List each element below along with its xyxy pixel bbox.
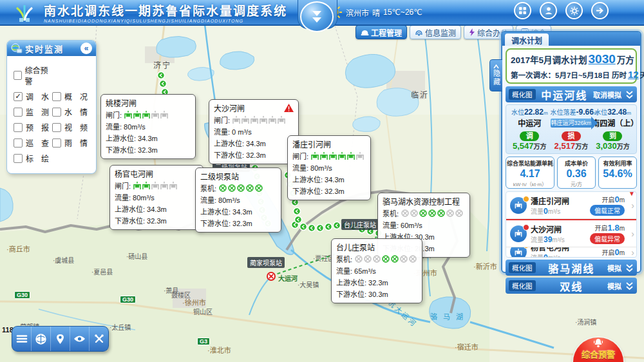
checkbox-box[interactable] — [52, 123, 61, 132]
double-chevron-down-icon[interactable] — [625, 90, 634, 99]
gate-unit-icon — [269, 116, 276, 124]
unit-row-label: 泵机: — [383, 208, 399, 218]
globe-button[interactable] — [32, 327, 51, 351]
popup-姚楼河闸[interactable]: 姚楼河闸闸门:流量: 80m³/s上游水位: 34.3m下游水位: 32.3m — [100, 94, 196, 159]
chevron-right-icon[interactable]: › — [631, 200, 634, 211]
simulate-button[interactable]: 模拟 — [607, 281, 621, 291]
checkbox-巡查[interactable]: 巡 查 — [14, 137, 52, 148]
gate-unit-icon — [151, 111, 159, 119]
double-chevron-down-icon[interactable] — [625, 263, 634, 272]
checkbox-box[interactable]: ✓ — [14, 92, 23, 101]
checkbox-box[interactable] — [52, 108, 61, 117]
pump-unit-icon — [219, 184, 227, 192]
popup-杨官屯河闸[interactable]: 杨官屯河闸闸门:流量: 80m³/s上游水位: 34.3m下游水位: 32.3m — [109, 165, 204, 230]
water-plan-panel: 隐藏 调水计划 2017年5月调水计划3030万方 第一次调水：5月7日~5月1… — [501, 31, 641, 273]
pin-button[interactable] — [51, 327, 70, 351]
checkbox-标绘[interactable]: 标 绘 — [14, 153, 52, 164]
pump-unit-icon — [255, 184, 263, 192]
pump-unit-icon — [419, 209, 427, 217]
tools-button[interactable] — [90, 327, 108, 351]
gate-flow: 流量39m³/s — [531, 234, 590, 244]
tab-信息监测[interactable]: 信息监测 — [410, 25, 461, 39]
gear-button[interactable] — [565, 2, 583, 19]
checkbox-雨情[interactable]: 雨 情 — [52, 137, 91, 148]
schematic-button[interactable]: 概化图 — [509, 262, 536, 273]
checkbox-预报[interactable]: 预 报 — [14, 122, 52, 133]
chevron-right-icon[interactable]: › — [631, 247, 634, 257]
popup-row: 下游水位: 32.3m — [200, 218, 276, 228]
popup-title: 姚楼河闸 — [106, 97, 137, 108]
stat-card: 成本单价0.36元/方 — [557, 157, 596, 189]
menu-button[interactable] — [12, 327, 32, 351]
gate-icon — [510, 247, 527, 257]
popup-台儿庄泵站[interactable]: 台儿庄泵站泵机:流量: 65m³/s上游水位: 32.3m下游水位: 30.3m — [331, 238, 422, 303]
realtime-monitor-panel: 实时监测 « 综合预警✓调 水概 况监 测水 情预 报视 频巡 查雨 情标 绘 — [6, 40, 97, 174]
schematic-button[interactable]: 概化图 — [509, 89, 536, 100]
plan-volume-value[interactable]: 3030 — [589, 52, 616, 66]
scroll-down-indicator[interactable]: ▼ — [629, 190, 635, 197]
checkbox-box[interactable] — [52, 92, 61, 101]
checkbox-label: 预 报 — [26, 122, 49, 133]
chevron-up-icon — [493, 64, 499, 69]
eye-icon — [73, 335, 86, 343]
popup-row: 上游水位: 34.3m — [214, 138, 294, 148]
checkbox-监测[interactable]: 监 测 — [14, 106, 52, 117]
flow-level: 水位落差-9.66m — [551, 107, 592, 117]
section-zhongyunhe-line[interactable]: 概化图 中运河线 取消模拟 — [506, 86, 637, 102]
hide-panel-button[interactable]: 隐藏 — [489, 59, 502, 91]
gate-unit-icon — [133, 182, 141, 190]
checkbox-box[interactable] — [14, 154, 23, 163]
map-pulldown-handle[interactable] — [295, 0, 339, 35]
flow-amount: 3,030万方 — [592, 141, 634, 151]
popup-row: 流量: 80m³/s — [106, 121, 191, 131]
chevron-right-icon[interactable]: › — [631, 229, 634, 239]
pump-unit-icon — [401, 209, 409, 217]
eye-button[interactable] — [70, 327, 90, 351]
bell-icon — [593, 338, 603, 348]
chevron-down-icon[interactable] — [300, 1, 334, 32]
plan-days-value[interactable]: 12 — [628, 69, 639, 80]
section-双线[interactable]: 概化图双线模拟 — [506, 278, 637, 294]
checkbox-label: 监 测 — [26, 106, 49, 117]
flow-diagram: 水位22.82m水位落差-9.66m水位32.48m中运河韩庄运河326km南四… — [506, 104, 637, 154]
checkbox-概况[interactable]: 概 况 — [52, 91, 91, 102]
gate-icon — [510, 197, 527, 214]
popup-潘庄引河闸[interactable]: 潘庄引河闸闸门:流量: 80m³/s上游水位: 34.3m下游水位: 32.3m — [287, 135, 371, 200]
popup-大沙河闸[interactable]: 大沙河闸闸门:流量: 0 m³/s上游水位: 34.3m下游水位: 32.3m — [209, 99, 299, 164]
checkbox-综合预警[interactable]: 综合预警 — [14, 64, 52, 86]
double-chevron-down-icon[interactable] — [625, 281, 634, 291]
flow-channel-arrow: 韩庄运河326km — [551, 117, 592, 129]
collapse-left-icon[interactable]: « — [80, 43, 92, 54]
checkbox-box[interactable] — [14, 71, 22, 80]
gate-row-杨官屯河闸[interactable]: 杨官屯河闸流量0m³/s开启0m› — [506, 247, 636, 257]
schematic-button[interactable]: 概化图 — [509, 280, 536, 291]
popup-title: 骆马湖水资源控制工程 — [383, 196, 460, 207]
pump-unit-icon — [428, 209, 436, 217]
checkbox-box[interactable] — [52, 138, 61, 148]
checkbox-调水[interactable]: ✓调 水 — [14, 91, 52, 102]
user-button[interactable] — [540, 2, 557, 19]
checkbox-box[interactable] — [14, 138, 23, 148]
checkbox-box[interactable] — [14, 108, 23, 117]
tab-工程管理[interactable]: 工程管理 — [355, 25, 407, 39]
gate-row-大沙河闸[interactable]: 大沙河闸流量39m³/s开启1.8m偏载异常› — [506, 219, 636, 247]
cancel-simulation-button[interactable]: 取消模拟 — [593, 90, 621, 100]
popup-二级坝泵站[interactable]: 二级坝泵站泵机:流量: 80m³/s上游水位: 34.3m下游水位: 32.3m — [195, 167, 281, 233]
checkbox-label: 巡 查 — [26, 137, 49, 148]
checkbox-视频[interactable]: 视 频 — [52, 122, 91, 133]
globe-icon — [35, 334, 46, 345]
checkbox-水情[interactable]: 水 情 — [52, 106, 91, 117]
gate-unit-icon — [133, 111, 141, 119]
apps-button[interactable] — [514, 2, 531, 19]
simulate-button[interactable]: 模拟 — [607, 263, 621, 273]
popup-row: 流量: 0 m³/s — [214, 126, 294, 137]
section-骆马湖线[interactable]: 概化图骆马湖线模拟 — [506, 260, 637, 276]
gate-row-潘庄引河闸[interactable]: 潘庄引河闸流量0m³/s开启0m偏载正常› — [506, 192, 636, 219]
checkbox-label: 水 情 — [64, 106, 88, 117]
gate-flow: 流量0m³/s — [531, 206, 590, 216]
tab-water-plan[interactable]: 调水计划 — [505, 33, 549, 46]
alert-button-label: 综合预警 — [582, 348, 615, 360]
gate-icon — [510, 225, 527, 242]
checkbox-box[interactable] — [14, 123, 23, 132]
arrow-right-button[interactable] — [591, 2, 609, 19]
